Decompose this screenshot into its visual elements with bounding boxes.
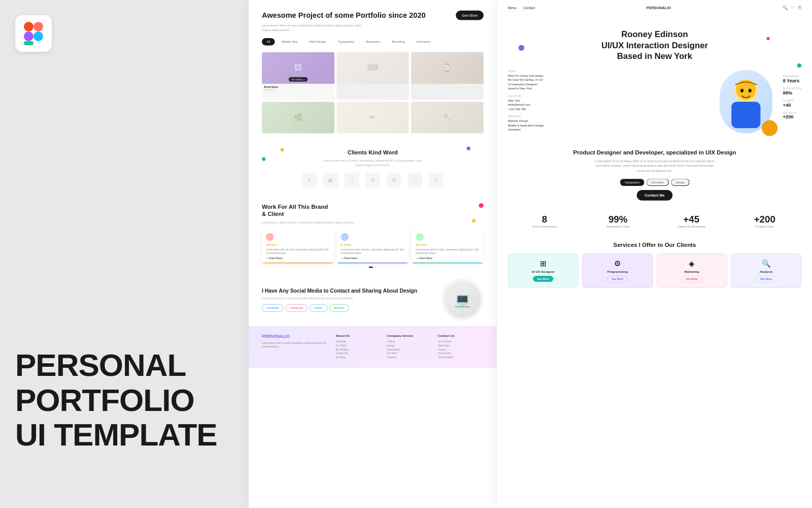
service-name-uiux: UI UX Designer — [512, 270, 574, 273]
filter-tab-all[interactable]: All — [262, 38, 275, 46]
nav-contact[interactable]: Contact — [523, 6, 535, 10]
profile-stats-right: Experience 8 Years Satisfaction 99% Clie… — [783, 70, 801, 120]
big-stat-years: 8 Year of Experience — [508, 214, 582, 228]
service-icon-uiux: ⊞ — [512, 259, 574, 268]
filter-tab-web[interactable]: Web Design — [304, 38, 331, 46]
info-work-value: Work for money and designNo Goal Yet Dar… — [508, 73, 709, 90]
clients-section: Clients Kind Word Lorem ipsum dolor sit … — [249, 144, 497, 198]
nav-menu[interactable]: Menu — [508, 6, 517, 10]
footer-link-contacts[interactable]: Contacts — [387, 356, 432, 359]
footer-link-our-work[interactable]: Our Work — [387, 352, 432, 355]
social-section: I Have Any Social Media to Contact and S… — [249, 273, 497, 326]
filter-tab-illustration[interactable]: Illustration — [361, 38, 385, 46]
big-stat-satisfaction-number: 99% — [581, 214, 655, 225]
stars-1: ★★★★☆ — [266, 243, 330, 246]
footer-link-about-me[interactable]: About Me — [336, 340, 382, 343]
hero-name: Rooney Edinson UI/UX Interaction Designe… — [508, 29, 801, 62]
gallery-item-6[interactable]: 🔧 — [411, 102, 484, 133]
gallery-icon-4: 🌿 — [293, 113, 302, 122]
nav-heart-icon[interactable]: ♡ — [791, 5, 794, 10]
left-panel: PERSONAL PORTFOLIO UI TEMPLATE — [0, 0, 249, 508]
filter-tab-mobile[interactable]: Mobile App — [277, 38, 302, 46]
medium-button[interactable]: Medium — [329, 304, 349, 312]
twitter-button[interactable]: Twitter — [310, 304, 327, 312]
service-icon-marketing: ◈ — [661, 259, 723, 268]
gallery-item-2[interactable]: ⌨ — [336, 52, 409, 100]
see-more-button[interactable]: See More — [456, 11, 483, 20]
footer-link-portfolio[interactable]: My Portfolio — [336, 348, 382, 351]
svg-point-10 — [748, 89, 751, 92]
skill-tab-education[interactable]: Education — [647, 178, 669, 186]
gallery-grid: 🖼 See Details ☺ Brand Name Graphics UI ⌨ — [262, 52, 484, 133]
footer-link-get-in-touch[interactable]: Get In Touch — [438, 340, 484, 343]
info-work: Work Work for money and designNo Goal Ye… — [508, 70, 709, 91]
skill-tab-typography[interactable]: Typography — [620, 178, 645, 186]
social-description: Lorem ipsum dolor sit amet consectetur a… — [262, 296, 433, 300]
instagram-button[interactable]: Instagram — [286, 304, 308, 312]
facebook-button[interactable]: Facebook — [262, 304, 284, 312]
footer-link-our-team[interactable]: Our Team — [336, 344, 382, 346]
big-stat-years-label: Year of Experience — [508, 225, 582, 228]
footer-link-forums[interactable]: Forums — [438, 348, 484, 351]
info-work-label: Work — [508, 70, 709, 73]
filter-tab-typography[interactable]: Typography — [333, 38, 359, 46]
service-name-programming: Programming — [587, 270, 649, 273]
footer-company-heading: Company Service — [387, 334, 432, 337]
service-icon-programming: ⚙ — [587, 259, 649, 268]
info-location: Location New Yorkhello@email.com+123 456… — [508, 95, 709, 112]
social-title: I Have Any Social Media to Contact and S… — [262, 288, 433, 295]
nav-brand: PERSONALIO — [647, 6, 671, 10]
social-image: 💻 — [442, 278, 484, 321]
dot-active — [369, 266, 373, 268]
stat-projects: Projects +200 — [783, 112, 801, 120]
client-symbol-5: ⊞ — [392, 177, 396, 183]
info-services-value: Website DesignMobile & Application Desig… — [508, 119, 709, 132]
footer-link-contact-info[interactable]: Contact Info — [438, 352, 484, 355]
skill-tab-design[interactable]: Design — [671, 178, 690, 186]
gallery-icon-3: ⌚ — [443, 64, 452, 72]
big-stat-projects-label: Projects Done — [728, 225, 801, 228]
stat-clients-value: +45 — [783, 102, 801, 108]
nav-search-icon[interactable]: 🔍 — [783, 5, 788, 10]
client-symbol-2: ▣ — [328, 177, 333, 183]
skills-tabs: Typography Education Design — [508, 178, 801, 186]
dot-yellow-2 — [472, 219, 476, 223]
footer-link-social-network[interactable]: Social Network — [438, 356, 484, 359]
service-btn-programming[interactable]: See More — [607, 276, 628, 282]
footer-link-design[interactable]: Design — [387, 344, 432, 346]
right-nav: Menu Contact PERSONALIO 🔍 ♡ ☰ — [497, 0, 812, 16]
gallery-icon-5: ✏ — [369, 113, 376, 122]
filter-tab-branding[interactable]: Branding — [387, 38, 410, 46]
service-btn-analysis[interactable]: See More — [756, 276, 776, 282]
dot-yellow-1 — [280, 148, 284, 151]
stars-3: ★★★★☆ — [416, 243, 480, 246]
filter-tab-animation[interactable]: Animation — [412, 38, 435, 46]
social-text: I Have Any Social Media to Contact and S… — [262, 288, 433, 312]
service-btn-uiux[interactable]: See More — [533, 276, 553, 282]
footer-link-ui-blog[interactable]: UI Blog — [387, 340, 432, 343]
gallery-item-3[interactable]: ⌚ — [411, 52, 484, 100]
title-line1: PERSONAL — [15, 347, 186, 383]
stars-2: ★★★★ — [341, 243, 404, 246]
gallery-item-1[interactable]: 🖼 See Details ☺ Brand Name Graphics UI — [262, 52, 334, 100]
gallery-item-4[interactable]: 🌿 — [262, 102, 334, 133]
client-logo-3: △ — [345, 173, 359, 187]
testimonial-text-1: Lorem ipsum dolor sit amet, consectetur … — [266, 248, 330, 255]
big-stat-satisfaction-label: Satisfaction Client — [581, 225, 655, 228]
nav-icons: 🔍 ♡ ☰ — [783, 5, 801, 10]
nav-menu-icon[interactable]: ☰ — [798, 5, 801, 10]
info-location-value: New Yorkhello@email.com+123 456 789 — [508, 98, 709, 111]
footer-about-col: About Us About Me Our Team My Portfolio … — [336, 334, 382, 360]
services-grid: ⊞ UI UX Designer See More ⚙ Programming … — [508, 253, 801, 288]
big-stat-projects-number: +200 — [728, 214, 801, 225]
title-line2: PORTFOLIO — [15, 383, 194, 418]
contact-me-button[interactable]: Contact Me — [637, 190, 672, 201]
dot-green-1 — [262, 157, 265, 161]
service-btn-marketing[interactable]: See More — [682, 276, 702, 282]
footer-link-help[interactable]: Help Topics — [438, 344, 484, 346]
work-description: Lorem ipsum dolor sit amet, consectetur … — [262, 220, 355, 225]
footer-link-commentary[interactable]: Commentary — [387, 348, 432, 351]
footer-link-contact-me[interactable]: Contact Me — [336, 352, 382, 355]
footer-link-blog[interactable]: Our Blog — [336, 356, 382, 359]
gallery-item-5[interactable]: ✏ — [336, 102, 409, 133]
